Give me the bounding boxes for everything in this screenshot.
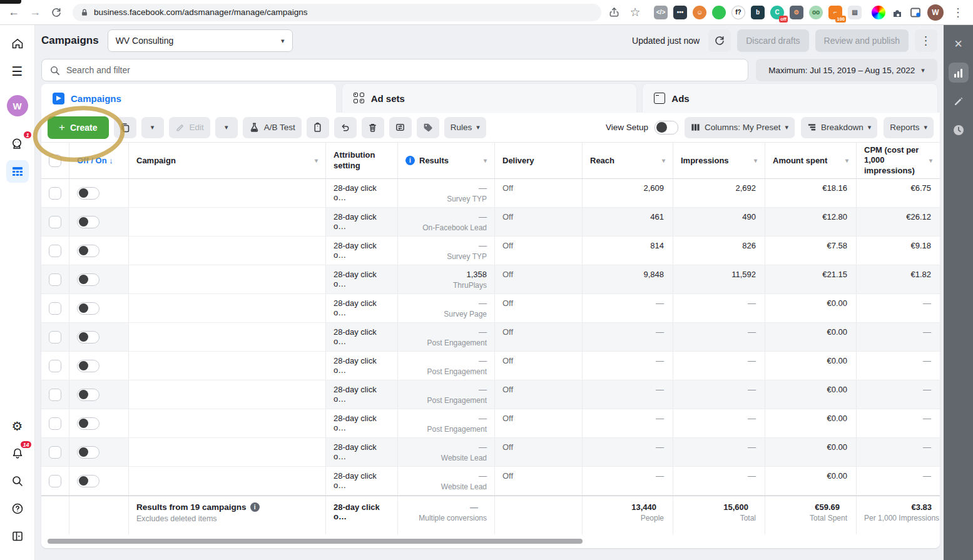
ads-boost-icon[interactable]: 1 — [6, 133, 29, 155]
account-avatar[interactable]: W — [7, 95, 28, 116]
settings-gear-icon[interactable]: ⚙ — [6, 415, 29, 437]
campaign-name-cell[interactable] — [129, 323, 326, 351]
tag-button[interactable] — [417, 117, 439, 138]
reload-icon[interactable] — [48, 4, 65, 21]
forward-icon[interactable]: → — [26, 4, 44, 21]
row-checkbox[interactable] — [49, 331, 61, 344]
orange-100-extension-icon[interactable]: ⌐100 — [828, 6, 842, 19]
campaign-toggle[interactable] — [77, 245, 99, 257]
campaign-name-cell[interactable] — [129, 294, 326, 322]
campaign-toggle[interactable] — [77, 475, 99, 487]
duplicate-dropdown-button[interactable]: ▾ — [141, 117, 164, 138]
campaign-name-cell[interactable] — [129, 380, 326, 409]
columns-dropdown[interactable]: Columns: My Preset ▾ — [685, 117, 795, 138]
charts-icon[interactable] — [949, 63, 969, 83]
row-checkbox[interactable] — [49, 417, 61, 430]
dots-extension-icon[interactable]: ••• — [673, 6, 687, 19]
edit-dropdown-button[interactable]: ▾ — [215, 117, 238, 138]
column-header-reach[interactable]: Reach▾ — [583, 143, 673, 178]
tab-campaigns[interactable]: Campaigns — [41, 84, 336, 113]
notifications-bell-icon[interactable]: 14 — [6, 442, 29, 465]
campaign-toggle[interactable] — [77, 216, 99, 228]
column-header-cpm[interactable]: CPM (cost per 1,000 impressions)▾ — [857, 143, 940, 178]
code-extension-icon[interactable]: </> — [654, 6, 668, 19]
campaign-name-cell[interactable] — [129, 409, 326, 437]
dark-tool-extension-icon[interactable]: ⚙ — [790, 6, 803, 19]
campaign-name-cell[interactable] — [129, 208, 326, 236]
discard-drafts-button[interactable]: Discard drafts — [737, 29, 808, 52]
bitly-extension-icon[interactable]: b — [751, 6, 765, 19]
date-range-selector[interactable]: Maximum: Jul 15, 2019 – Aug 15, 2022 ▾ — [756, 59, 937, 81]
campaign-toggle[interactable] — [77, 360, 99, 372]
campaign-name-cell[interactable] — [129, 467, 326, 495]
row-checkbox[interactable] — [49, 245, 61, 257]
url-bar[interactable]: business.facebook.com/adsmanager/manage/… — [73, 4, 601, 21]
ads-manager-icon[interactable] — [6, 160, 29, 183]
campaign-name-cell[interactable] — [129, 237, 326, 265]
row-checkbox[interactable] — [49, 187, 61, 200]
edit-pencil-icon[interactable] — [949, 91, 969, 111]
duplicate-button[interactable] — [114, 117, 136, 138]
close-icon[interactable]: ✕ — [949, 34, 969, 54]
breakdown-dropdown[interactable]: Breakdown ▾ — [801, 117, 877, 138]
column-header-off-on[interactable]: Off / On ↓ — [69, 143, 129, 178]
row-checkbox[interactable] — [49, 446, 61, 459]
edit-button[interactable]: Edit — [169, 117, 210, 138]
f-question-extension-icon[interactable]: f? — [731, 6, 745, 19]
campaign-toggle[interactable] — [77, 187, 99, 200]
view-setup-toggle[interactable] — [655, 121, 678, 135]
campaign-toggle[interactable] — [77, 302, 99, 315]
undo-button[interactable] — [334, 117, 357, 138]
calculator-extension-icon[interactable]: ▤ — [848, 6, 862, 19]
create-button[interactable]: + Create — [48, 116, 109, 139]
select-all-checkbox[interactable] — [49, 155, 61, 167]
green-c-extension-icon[interactable]: Coff — [770, 6, 784, 19]
search-input[interactable] — [66, 65, 740, 75]
row-checkbox[interactable] — [49, 475, 61, 487]
refresh-button[interactable] — [708, 29, 731, 52]
browser-profile-avatar[interactable]: W — [927, 4, 944, 21]
bookmark-star-icon[interactable]: ☆ — [626, 4, 644, 21]
home-icon[interactable] — [6, 33, 29, 55]
campaign-toggle[interactable] — [77, 331, 99, 344]
tab-ads[interactable]: Ads — [643, 84, 937, 113]
campaign-name-cell[interactable] — [129, 438, 326, 466]
back-icon[interactable]: ← — [5, 4, 23, 21]
column-header-attribution[interactable]: Attribution setting — [326, 143, 398, 178]
glasses-extension-icon[interactable]: oo — [809, 6, 823, 19]
scrollbar-thumb[interactable] — [48, 539, 583, 544]
row-checkbox[interactable] — [49, 302, 61, 315]
orange-face-extension-icon[interactable]: ☺ — [693, 6, 706, 19]
pin-clipboard-button[interactable] — [307, 117, 329, 138]
campaign-name-cell[interactable] — [129, 352, 326, 380]
tab-ad-sets[interactable]: Ad sets — [342, 84, 637, 113]
sync-arrows-button[interactable] — [389, 117, 412, 138]
reports-dropdown[interactable]: Reports ▾ — [884, 117, 934, 138]
help-icon[interactable] — [6, 497, 29, 520]
column-header-results[interactable]: i Results▾ — [398, 143, 495, 178]
ab-test-button[interactable]: A/B Test — [243, 117, 302, 138]
column-header-impressions[interactable]: Impressions▾ — [673, 143, 765, 178]
row-checkbox[interactable] — [49, 389, 61, 401]
color-wheel-extension-icon[interactable] — [872, 6, 885, 19]
campaign-toggle[interactable] — [77, 417, 99, 430]
column-header-amount-spent[interactable]: Amount spent▾ — [765, 143, 857, 178]
campaign-toggle[interactable] — [77, 273, 99, 286]
review-publish-button[interactable]: Review and publish — [815, 29, 909, 52]
rules-dropdown[interactable]: Rules ▾ — [444, 117, 486, 138]
row-checkbox[interactable] — [49, 216, 61, 228]
green-thumb-extension-icon[interactable] — [712, 6, 726, 19]
account-dropdown[interactable]: WV Consulting ▾ — [108, 29, 293, 52]
campaign-toggle[interactable] — [77, 446, 99, 459]
share-icon[interactable] — [605, 4, 623, 21]
campaign-name-cell[interactable] — [129, 179, 326, 207]
more-options-button[interactable]: ⋮ — [915, 29, 937, 52]
browser-menu-icon[interactable]: ⋮ — [949, 4, 967, 21]
column-header-delivery[interactable]: Delivery — [495, 143, 583, 178]
search-bar[interactable] — [41, 59, 748, 81]
campaign-toggle[interactable] — [77, 389, 99, 401]
column-header-campaign[interactable]: Campaign▾ — [129, 143, 326, 178]
search-icon[interactable] — [6, 470, 29, 492]
browser-window-icon[interactable] — [909, 6, 922, 19]
delete-trash-button[interactable] — [362, 117, 384, 138]
